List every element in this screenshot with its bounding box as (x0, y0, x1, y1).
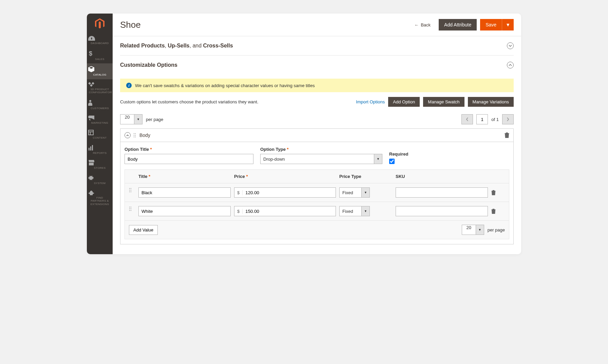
info-icon: i (126, 83, 132, 88)
svg-rect-2 (89, 130, 93, 135)
next-page-button[interactable] (502, 114, 514, 124)
save-dropdown-toggle[interactable]: ▼ (502, 19, 514, 31)
per-page-select[interactable]: 20 ▼ (120, 114, 142, 124)
bar-chart-icon (88, 145, 111, 150)
section-header-custom[interactable]: Customizable Options (120, 56, 514, 75)
table-row: $ Fixed▼ (125, 183, 509, 202)
per-page-value: 20 (120, 115, 134, 124)
value-title-input[interactable] (138, 187, 231, 198)
per-page-label: per page (488, 227, 505, 232)
option-title-input[interactable] (125, 154, 253, 164)
caret-down-icon: ▼ (134, 115, 142, 124)
svg-point-16 (129, 189, 130, 190)
table-row: $ Fixed▼ (125, 202, 509, 220)
col-price-type: Price Type (339, 174, 396, 179)
add-attribute-button[interactable]: Add Attribute (439, 19, 477, 31)
section-related-products: Related Products, Up-Sells, and Cross-Se… (120, 36, 514, 56)
value-title-input[interactable] (138, 206, 231, 216)
save-button[interactable]: Save (480, 19, 502, 31)
manage-variations-button[interactable]: Manage Variations (468, 97, 514, 107)
svg-rect-7 (92, 145, 93, 150)
sidebar-item-reports[interactable]: REPORTS (87, 142, 113, 158)
svg-point-23 (131, 208, 131, 209)
option-type-label: Option Type (260, 147, 382, 152)
delete-value-button[interactable] (491, 209, 501, 214)
store-icon (88, 160, 111, 165)
sidebar-item-label: SYSTEM (88, 182, 111, 185)
svg-text:$: $ (89, 50, 92, 57)
sidebar-item-system[interactable]: SYSTEM (87, 173, 113, 188)
value-price-input[interactable]: $ (234, 206, 336, 216)
page-title: Shoe (120, 20, 410, 30)
caret-down-icon: ▼ (361, 206, 369, 216)
caret-down-icon: ▼ (506, 22, 510, 27)
sidebar-item-label: CONTENT (88, 136, 111, 140)
sidebar-item-dashboard[interactable]: DASHBOARD (87, 33, 113, 48)
sidebar-item-label: DASHBOARD (88, 42, 111, 45)
back-label: Back (421, 22, 431, 27)
caret-down-icon: ▼ (476, 225, 484, 235)
svg-point-20 (129, 206, 130, 207)
option-values-table: Title Price Price Type SKU $ Fixed▼ (125, 169, 509, 239)
page-input[interactable] (476, 114, 488, 124)
drag-handle-icon[interactable] (133, 133, 136, 138)
price-type-select[interactable]: Fixed▼ (339, 206, 370, 216)
price-type-select[interactable]: Fixed▼ (339, 187, 370, 198)
sidebar-item-catalog[interactable]: CATALOG (87, 63, 113, 79)
sidebar-item-partners[interactable]: FIND PARTNERS & EXTENSIONS (87, 188, 113, 209)
required-checkbox[interactable] (389, 159, 395, 164)
svg-point-14 (129, 188, 130, 188)
add-value-button[interactable]: Add Value (129, 225, 158, 235)
sidebar-item-label: FIND PARTNERS & EXTENSIONS (88, 196, 111, 206)
option-type-value: Drop-down (261, 154, 374, 164)
section-header-related[interactable]: Related Products, Up-Sells, and Cross-Se… (120, 36, 514, 55)
sidebar-item-label: CUSTOMERS (88, 107, 111, 110)
price-field[interactable] (243, 206, 336, 216)
delete-option-button[interactable] (505, 133, 509, 138)
svg-point-19 (131, 191, 131, 192)
back-button[interactable]: ← Back (410, 22, 435, 27)
svg-point-25 (131, 210, 131, 210)
sidebar-item-label: MARKETING (88, 121, 111, 125)
partners-icon (88, 190, 111, 195)
caret-down-icon: ▼ (361, 188, 369, 197)
import-options-link[interactable]: Import Options (356, 99, 385, 104)
arrow-left-icon: ← (414, 22, 419, 27)
svg-point-18 (129, 191, 130, 192)
sidebar-item-content[interactable]: CONTENT (87, 127, 113, 142)
value-price-input[interactable]: $ (234, 187, 336, 198)
required-label: Required (389, 151, 408, 157)
3d-icon (88, 82, 111, 87)
per-page-select-footer[interactable]: 20 ▼ (462, 225, 484, 235)
svg-point-24 (129, 210, 130, 210)
sidebar-item-label: 3D PRODUCT CONFIGURATOR (88, 88, 111, 94)
svg-point-15 (131, 188, 131, 188)
options-description: Custom options let customers choose the … (120, 99, 356, 104)
manage-swatch-button[interactable]: Manage Swatch (423, 97, 464, 107)
svg-point-10 (134, 135, 134, 136)
sidebar-item-sales[interactable]: $ SALES (87, 48, 113, 64)
notice-text: We can't save swatchs & variations on ad… (135, 83, 315, 88)
sidebar-item-3d-configurator[interactable]: 3D PRODUCT CONFIGURATOR (87, 79, 113, 97)
option-type-select[interactable]: Drop-down ▼ (260, 154, 382, 164)
option-name: Body (139, 133, 505, 138)
value-sku-input[interactable] (396, 206, 488, 216)
prev-page-button[interactable] (461, 114, 473, 124)
add-option-button[interactable]: Add Option (388, 97, 420, 107)
delete-value-button[interactable] (491, 190, 501, 195)
magento-logo[interactable] (95, 14, 104, 33)
person-icon (88, 100, 111, 106)
drag-handle-icon[interactable] (129, 206, 138, 211)
section-title: Related Products, Up-Sells, and Cross-Se… (120, 43, 507, 49)
admin-sidebar: DASHBOARD $ SALES CATALOG 3D PRODUCT CON… (87, 14, 113, 254)
drag-handle-icon[interactable] (129, 188, 138, 193)
price-field[interactable] (243, 188, 336, 197)
caret-down-icon: ▼ (374, 154, 382, 164)
collapse-option-button[interactable] (125, 132, 131, 138)
sidebar-item-marketing[interactable]: MARKETING (87, 113, 113, 127)
sidebar-item-customers[interactable]: CUSTOMERS (87, 97, 113, 113)
value-sku-input[interactable] (396, 187, 488, 198)
svg-point-11 (135, 135, 136, 136)
sidebar-item-stores[interactable]: STORES (87, 157, 113, 173)
svg-point-22 (129, 208, 130, 209)
